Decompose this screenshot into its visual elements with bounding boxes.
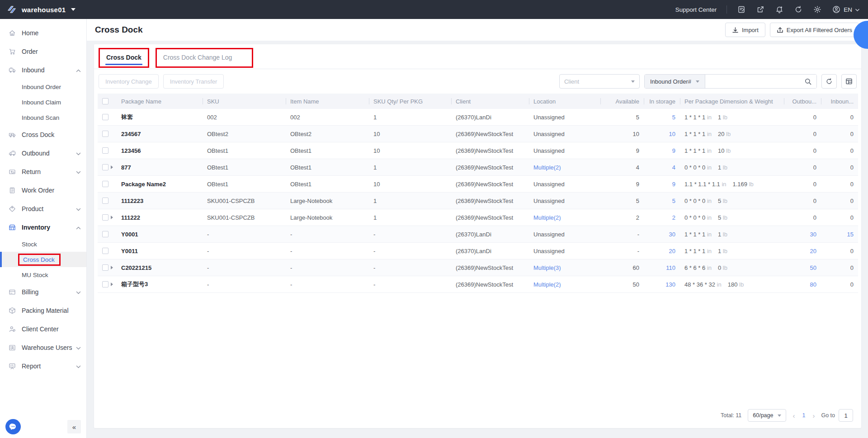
search-button[interactable] [799,75,816,88]
sidebar-item-client-center[interactable]: Client Center [0,320,86,338]
row-checkbox[interactable] [102,281,108,287]
sidebar-subitem-mu-stock[interactable]: MU Stock [0,267,86,283]
tab-cross-dock-change-log[interactable]: Cross Dock Change Log [156,48,254,68]
expand-row-icon[interactable] [111,266,113,269]
location-cell[interactable]: Multiple(2) [529,276,600,293]
col-outbound[interactable]: Outbou... [784,94,821,109]
chat-support-fab[interactable] [5,419,21,434]
sidebar-item-inbound[interactable]: Inbound [0,61,86,79]
sidebar-item-home[interactable]: Home [0,24,86,42]
in-storage-cell[interactable]: 20 [644,243,680,259]
in-storage-cell[interactable]: 4 [644,159,680,176]
next-page-button[interactable]: › [812,412,815,419]
row-checkbox[interactable] [102,214,108,221]
inbound-cell[interactable]: 15 [821,226,858,243]
in-storage-cell[interactable]: 130 [644,276,680,293]
language-switcher[interactable]: EN [832,5,860,14]
sidebar-item-return[interactable]: Return [0,162,86,181]
sku-cell: - [203,243,286,259]
col-available[interactable]: Available [600,94,644,109]
row-checkbox[interactable] [102,181,108,187]
sidebar-item-warehouse-users[interactable]: Warehouse Users [0,338,86,357]
col-package-name[interactable]: Package Name [117,94,203,109]
inventory-change-button[interactable]: Inventory Change [99,74,159,89]
bell-icon[interactable] [775,5,784,14]
share-icon[interactable] [756,5,765,14]
row-checkbox[interactable] [102,147,108,154]
sidebar-item-billing[interactable]: Billing [0,283,86,301]
current-page[interactable]: 1 [802,412,805,419]
sidebar-subitem-inbound-order[interactable]: Inbound Order [0,79,86,94]
outbound-cell[interactable]: 20 [784,243,821,259]
row-checkbox[interactable] [102,164,108,170]
sidebar-item-cross-dock[interactable]: Cross Dock [0,125,86,144]
brand-caret-icon[interactable] [71,8,75,11]
row-checkbox[interactable] [102,231,108,237]
row-checkbox[interactable] [102,198,108,204]
in-storage-cell[interactable]: 30 [644,226,680,243]
tasks-icon[interactable] [737,5,746,14]
sidebar-item-work-order[interactable]: Work Order [0,181,86,199]
sidebar-item-inventory[interactable]: Inventory [0,218,86,236]
sidebar-collapse-button[interactable]: « [67,420,81,433]
client-filter-select[interactable]: Client [559,74,640,89]
sidebar-subitem-inbound-claim[interactable]: Inbound Claim [0,94,86,110]
import-button[interactable]: Import [725,23,765,37]
sidebar-subitem-inbound-scan[interactable]: Inbound Scan [0,110,86,125]
col-location[interactable]: Location [529,94,600,109]
in-storage-cell[interactable]: 5 [644,109,680,126]
in-storage-cell[interactable]: 9 [644,176,680,193]
col-client[interactable]: Client [451,94,529,109]
row-checkbox[interactable] [102,114,108,120]
row-checkbox[interactable] [102,248,108,254]
expand-row-icon[interactable] [111,165,113,169]
col-inbound[interactable]: Inboun... [821,94,858,109]
tab-cross-dock[interactable]: Cross Dock [99,48,149,68]
support-center-link[interactable]: Support Center [675,6,717,13]
select-all-checkbox[interactable] [102,98,108,104]
inventory-transfer-button[interactable]: Inventory Transfer [163,74,224,89]
outbound-cell[interactable]: 30 [784,226,821,243]
sidebar-item-packing-material[interactable]: Packing Material [0,301,86,320]
col-item-name[interactable]: Item Name [286,94,369,109]
expand-row-icon[interactable] [111,283,113,286]
account-icon[interactable] [832,5,841,14]
outbound-cell[interactable]: 80 [784,276,821,293]
sidebar-subitem-cross-dock[interactable]: Cross Dock [0,252,86,267]
sidebar-item-report[interactable]: Report [0,357,86,375]
location-cell[interactable]: Multiple(2) [529,159,600,176]
search-input[interactable] [705,75,799,88]
brand-name[interactable]: warehouse01 [22,6,66,14]
in-storage-cell[interactable]: 5 [644,193,680,209]
available-cell: 5 [600,109,644,126]
page-size-select[interactable]: 60/page [748,409,786,422]
col-dimension-weight[interactable]: Per Package Dimension & Weight [680,94,784,109]
expand-row-icon[interactable] [111,216,113,219]
in-storage-cell[interactable]: 110 [644,259,680,276]
gear-icon[interactable] [813,5,822,14]
sku-qty-cell: - [369,243,451,259]
refresh-table-button[interactable] [821,74,837,89]
in-storage-cell[interactable]: 2 [644,209,680,226]
col-in-storage[interactable]: In storage [644,94,680,109]
location-cell[interactable]: Multiple(3) [529,259,600,276]
export-all-filtered-orders-button[interactable]: Export All Filtered Orders [770,23,859,37]
col-sku[interactable]: SKU [203,94,286,109]
sidebar-item-product[interactable]: Product [0,199,86,218]
column-settings-button[interactable] [841,74,857,89]
in-storage-cell[interactable]: 9 [644,142,680,159]
goto-page-input[interactable] [839,409,853,422]
search-category-select[interactable]: Inbound Order# [645,75,705,88]
row-checkbox[interactable] [102,131,108,137]
sidebar-subitem-stock[interactable]: Stock [0,236,86,252]
in-storage-cell[interactable]: 10 [644,126,680,142]
outbound-cell[interactable]: 50 [784,259,821,276]
sidebar-item-outbound[interactable]: Outbound [0,144,86,162]
col-sku-qty[interactable]: SKU Qty/ Per PKG [369,94,451,109]
sidebar-item-order[interactable]: Order [0,42,86,61]
prev-page-button[interactable]: ‹ [793,412,795,419]
row-checkbox[interactable] [102,264,108,271]
language-label[interactable]: EN [844,6,852,13]
refresh-icon[interactable] [794,5,803,14]
location-cell[interactable]: Multiple(2) [529,209,600,226]
